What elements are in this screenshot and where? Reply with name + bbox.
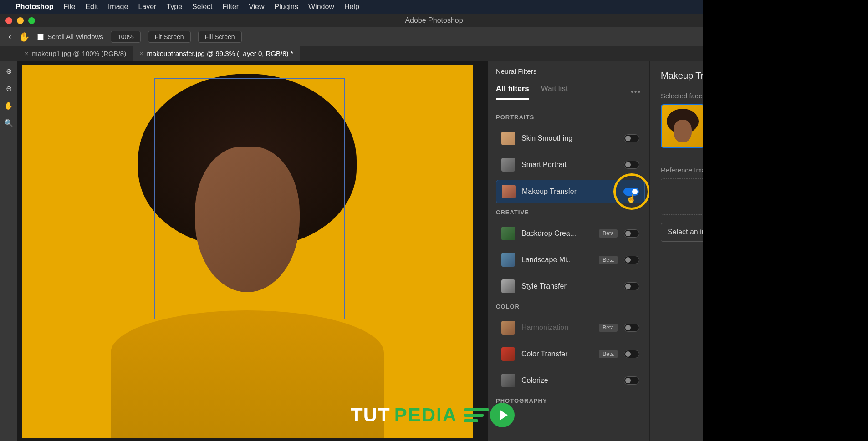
filter-toggle[interactable] <box>624 134 639 142</box>
menu-plugins[interactable]: Plugins <box>275 3 298 11</box>
close-tab-icon[interactable]: × <box>139 50 143 57</box>
neural-filters-panel: Neural Filters All filters Wait list •••… <box>488 61 649 441</box>
maximize-window-icon[interactable] <box>28 17 35 24</box>
filter-toggle[interactable] <box>624 350 639 358</box>
workspace-icon[interactable]: ▣ <box>840 32 848 42</box>
left-toolbar: ⊕ ⊖ ✋ 🔍 <box>0 61 17 441</box>
filter-harmonization[interactable]: Harmonization Beta <box>496 316 645 339</box>
folder-icon[interactable]: 📁 <box>846 227 857 238</box>
filter-label: Landscape Mi... <box>521 256 592 264</box>
menu-filter[interactable]: Filter <box>223 3 239 11</box>
chevron-down-icon: ⌄ <box>827 228 832 237</box>
zoom-tool-icon[interactable]: 🔍 <box>3 117 14 128</box>
filter-list[interactable]: PORTRAITS Skin Smoothing Smart Portrait … <box>488 100 649 441</box>
window-controls <box>0 17 35 24</box>
select-image-label: Select an image <box>668 228 720 237</box>
help-icon[interactable]: ?⃝ <box>824 32 832 41</box>
zoom-in-icon[interactable]: ⊕ <box>3 66 14 76</box>
close-window-icon[interactable] <box>5 17 12 24</box>
scroll-all-label: Scroll All Windows <box>47 33 103 41</box>
reference-image-dropzone[interactable]: 🖼 📄 <box>661 178 857 215</box>
filter-thumbnail <box>501 374 515 387</box>
logo-bars-icon <box>464 408 489 422</box>
play-button-icon[interactable] <box>490 403 515 427</box>
filter-skin-smoothing[interactable]: Skin Smoothing <box>496 127 645 150</box>
zoom-level[interactable]: 100% <box>111 31 141 43</box>
filter-landscape-mixer[interactable]: Landscape Mi... Beta <box>496 248 645 271</box>
scroll-all-checkbox-input[interactable] <box>37 34 44 40</box>
document-tabs: × makeup1.jpg @ 100% (RGB/8) × makeuptra… <box>0 46 868 61</box>
options-bar: ‹ ✋ Scroll All Windows 100% Fit Screen F… <box>0 27 868 46</box>
filter-thumbnail <box>501 253 515 267</box>
filter-label: Makeup Transfer <box>522 188 617 196</box>
canvas-area[interactable] <box>17 61 488 441</box>
beaker-icon[interactable]: ⚗ <box>745 32 753 42</box>
reset-icon[interactable]: ↶ <box>849 70 857 81</box>
filter-toggle[interactable] <box>624 324 639 332</box>
image-placeholder-icon: 🖼 <box>749 193 756 201</box>
menu-edit[interactable]: Edit <box>85 3 98 11</box>
menu-window[interactable]: Window <box>308 3 334 11</box>
menu-select[interactable]: Select <box>192 3 212 11</box>
zoom-out-icon[interactable]: ⊖ <box>3 83 14 94</box>
chevron-down-icon[interactable]: ▾ <box>856 32 860 42</box>
filter-colorize[interactable]: Colorize <box>496 369 645 392</box>
tab-makeup1[interactable]: × makeup1.jpg @ 100% (RGB/8) <box>18 46 133 61</box>
filter-smart-portrait[interactable]: Smart Portrait <box>496 153 645 176</box>
tutpedia-logo-overlay: TUT PEDIA <box>351 403 515 427</box>
filter-label: Style Transfer <box>521 282 618 290</box>
select-image-dropdown[interactable]: Select an image ⌄ <box>661 223 839 242</box>
menu-view[interactable]: View <box>249 3 264 11</box>
close-tab-icon[interactable]: × <box>25 50 28 57</box>
tab-all-filters[interactable]: All filters <box>496 84 529 100</box>
filter-backdrop-creation[interactable]: Backdrop Crea... Beta <box>496 222 645 245</box>
filter-thumbnail <box>501 279 515 293</box>
selected-face-label: Selected face <box>661 92 857 100</box>
fit-screen-button[interactable]: Fit Screen <box>148 31 191 43</box>
menu-help[interactable]: Help <box>344 3 359 11</box>
filter-toggle[interactable] <box>624 161 639 169</box>
hand-tool-icon[interactable]: ✋ <box>3 100 14 111</box>
feedback-no-button[interactable]: ☹ No <box>771 282 794 291</box>
filter-label: Color Transfer <box>521 350 592 358</box>
no-label: No <box>784 282 794 291</box>
back-button[interactable]: ‹ <box>8 31 11 43</box>
filter-toggle[interactable] <box>623 188 639 196</box>
tab-makeuptransfer[interactable]: × makeuptransfer.jpg @ 99.3% (Layer 0, R… <box>133 46 300 61</box>
window-titlebar: Adobe Photoshop <box>0 14 868 27</box>
feedback-yes-button[interactable]: ☺ Yes <box>724 282 749 291</box>
filter-makeup-transfer[interactable]: Makeup Transfer ☝ <box>496 180 645 203</box>
menu-file[interactable]: File <box>64 3 76 11</box>
window-title: Adobe Photoshop <box>405 16 463 25</box>
filter-toggle[interactable] <box>624 229 639 238</box>
section-portraits: PORTRAITS <box>496 114 645 121</box>
scroll-all-windows-checkbox[interactable]: Scroll All Windows <box>37 33 103 41</box>
macos-menubar: Photoshop File Edit Image Layer Type Sel… <box>0 0 868 14</box>
selected-face-thumbnail[interactable] <box>661 104 705 148</box>
menu-layer[interactable]: Layer <box>138 3 156 11</box>
more-options-icon[interactable]: ••• <box>631 88 641 96</box>
beta-badge: Beta <box>599 229 618 238</box>
search-icon[interactable]: 🔍 <box>806 32 816 42</box>
filter-color-transfer[interactable]: Color Transfer Beta <box>496 343 645 365</box>
filter-thumbnail <box>501 132 515 145</box>
tab-wait-list[interactable]: Wait list <box>541 84 568 100</box>
filter-thumbnail <box>501 321 515 335</box>
feedback-section: Are you satisfied with the results? ☺ Ye… <box>661 264 857 291</box>
minimize-window-icon[interactable] <box>17 17 24 24</box>
document-canvas[interactable] <box>22 65 473 438</box>
hand-tool-icon[interactable]: ✋ <box>19 31 30 42</box>
filter-toggle[interactable] <box>624 282 639 290</box>
app-name[interactable]: Photoshop <box>15 3 54 11</box>
menu-image[interactable]: Image <box>108 3 128 11</box>
filter-toggle[interactable] <box>624 376 639 385</box>
filter-toggle[interactable] <box>624 256 639 264</box>
menu-type[interactable]: Type <box>166 3 182 11</box>
filter-label: Skin Smoothing <box>521 134 618 142</box>
share-button[interactable]: Share <box>761 30 797 43</box>
tab-label: makeuptransfer.jpg @ 99.3% (Layer 0, RGB… <box>147 50 293 57</box>
fill-screen-button[interactable]: Fill Screen <box>198 31 242 43</box>
filter-style-transfer[interactable]: Style Transfer <box>496 275 645 298</box>
section-color: COLOR <box>496 303 645 310</box>
filter-thumbnail <box>501 227 515 240</box>
